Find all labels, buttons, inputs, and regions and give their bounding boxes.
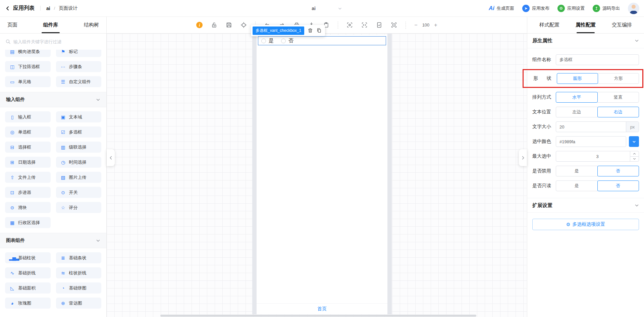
chevron-left-icon	[109, 156, 113, 160]
field-max-checked: 最大选中 3	[532, 151, 639, 162]
component-item-date-picker[interactable]: ⊞日期选择	[5, 157, 51, 168]
native-properties-header[interactable]: 原生属性	[527, 34, 644, 48]
tabbar-home[interactable]: 首页	[317, 306, 327, 312]
copy-icon[interactable]	[316, 28, 322, 33]
topbar-actions: Ai 生成页面 ➤ 应用发布 ⚙ 应用设置 ↥ 源码导出	[489, 0, 639, 17]
component-item-file-upload[interactable]: ⇧文件上传	[5, 172, 51, 183]
app-publish-button[interactable]: ➤ 应用发布	[522, 5, 549, 12]
section-header-input-components[interactable]: 输入组件	[0, 92, 106, 107]
file-upload-icon: ⇧	[9, 175, 15, 180]
code-preview-icon[interactable]	[361, 22, 368, 28]
checkbox-option[interactable]: 是	[261, 38, 274, 44]
avatar[interactable]	[628, 3, 639, 14]
tab-pages[interactable]: 页面	[7, 17, 17, 33]
info-icon[interactable]: i	[196, 22, 203, 28]
readonly-option-yes[interactable]: 是	[556, 180, 598, 191]
tab-interaction-config[interactable]: 交互编排	[612, 17, 632, 33]
stepper-up-button[interactable]	[630, 151, 639, 156]
font-size-input[interactable]: 20 px	[556, 121, 639, 132]
back-button[interactable]: 应用列表	[13, 5, 35, 12]
collapse-inspector-handle[interactable]	[519, 149, 527, 166]
zoom-out-button[interactable]: −	[414, 22, 417, 28]
text-position-option-left[interactable]: 左边	[556, 107, 598, 117]
text-position-option-right[interactable]: 右边	[597, 107, 639, 117]
save-icon[interactable]	[226, 22, 232, 28]
component-item-steps[interactable]: ⋯步骤条	[56, 61, 102, 72]
phone-preview[interactable]: 是 否 首页	[257, 35, 387, 314]
search-input[interactable]	[13, 39, 101, 44]
generate-page-button[interactable]: Ai 生成页面	[489, 5, 514, 12]
tab-component-library[interactable]: 组件库	[43, 17, 58, 33]
number-stepper	[630, 151, 639, 161]
component-item-checkbox[interactable]: ☑多选框	[56, 126, 102, 138]
component-item-select[interactable]: ⊟选择框	[5, 142, 51, 153]
field-shape: 形状 圆形 方形	[533, 73, 639, 84]
readonly-option-no[interactable]: 否	[597, 180, 639, 191]
component-item-district-picker[interactable]: ▦行政区选择	[5, 217, 51, 228]
component-item-image-upload[interactable]: ▧图片上传	[56, 172, 102, 183]
hbar-chart-icon: ≣	[60, 256, 66, 260]
component-item-hbar-chart[interactable]: ≣基础条状	[56, 252, 102, 263]
component-item-stepper[interactable]: ⊡步进器	[5, 187, 51, 198]
arrangement-option-vertical[interactable]: 竖直	[597, 92, 639, 103]
component-name-input[interactable]: 多选框	[556, 54, 639, 65]
component-item-bar-line-chart[interactable]: ≋柱状折线	[56, 267, 102, 278]
component-item-radio[interactable]: ◎单选框	[5, 126, 51, 138]
component-item-time-picker[interactable]: ◷时间选择	[56, 157, 102, 168]
extended-settings-header[interactable]: 扩展设置	[527, 198, 644, 213]
app-settings-button[interactable]: ⚙ 应用设置	[557, 5, 585, 12]
shape-option-square[interactable]: 方形	[598, 73, 639, 84]
design-canvas[interactable]: 是 否 首页 多选框_vant_checkbox_1	[107, 34, 527, 317]
collapse-sidebar-handle[interactable]	[107, 149, 115, 166]
target-icon[interactable]	[240, 22, 247, 28]
delete-icon[interactable]	[308, 28, 313, 33]
disabled-option-yes[interactable]: 是	[556, 166, 598, 176]
shape-option-round[interactable]: 圆形	[557, 73, 598, 84]
component-item-pie-chart[interactable]: ◔基础饼图	[56, 282, 102, 294]
component-item-custom-component[interactable]: ☰自定义组件	[56, 76, 102, 87]
phone-tabbar: 首页	[257, 303, 387, 314]
component-item-dropdown-filter[interactable]: ◫下拉筛选框	[5, 61, 51, 72]
doc-check-icon[interactable]	[376, 22, 382, 28]
arrangement-option-horizontal[interactable]: 水平	[556, 92, 598, 103]
zoom-in-button[interactable]: +	[434, 22, 437, 28]
component-item-textarea[interactable]: ▣文本域	[56, 111, 102, 122]
component-item-tag[interactable]: ⚑标记	[56, 50, 102, 57]
selected-component-name: 多选框_vant_checkbox_1	[253, 27, 304, 35]
component-item-line-chart[interactable]: ∿基础折线	[5, 267, 51, 278]
component-item-rating[interactable]: ☆评分	[56, 202, 102, 213]
component-item-rose-chart[interactable]: ◕玫瑰图	[5, 298, 51, 309]
checkbox-option[interactable]: 否	[281, 38, 293, 44]
tab-style-config[interactable]: 样式配置	[539, 17, 559, 33]
component-item-bar-chart[interactable]: ▂▅▃基础柱状	[5, 252, 51, 263]
zoom-controls: − 100 +	[414, 22, 437, 28]
stepper-down-button[interactable]	[630, 156, 639, 162]
tab-structure-tree[interactable]: 结构树	[84, 17, 99, 33]
horizontal-scrollbar[interactable]	[160, 315, 476, 317]
frame-icon[interactable]	[391, 22, 397, 28]
unlock-icon[interactable]	[211, 22, 217, 28]
max-checked-input[interactable]: 3	[556, 151, 639, 162]
checked-color-input[interactable]: #1989fa	[556, 136, 626, 147]
disabled-option-no[interactable]: 否	[597, 166, 639, 176]
preview-icon[interactable]	[346, 22, 353, 28]
tab-property-config[interactable]: 属性配置	[576, 17, 596, 33]
code-export-button[interactable]: ↥ 源码导出	[593, 5, 620, 12]
component-item-switch[interactable]: ⊙开关	[56, 187, 102, 198]
stepper-icon: ⊡	[9, 190, 15, 195]
component-item-area-chart[interactable]: ◺基础面积	[5, 282, 51, 294]
breadcrumb-app[interactable]: ai	[46, 6, 50, 11]
checkbox-options-settings-button[interactable]: ⚙ 多选框选项设置	[532, 219, 639, 230]
component-item-input[interactable]: ▯输入框	[5, 111, 51, 122]
component-item-cell[interactable]: ▭单元格	[5, 76, 51, 87]
component-item-radar-chart[interactable]: ⊛雷达图	[56, 298, 102, 309]
component-item-slider[interactable]: ⊝滑块	[5, 202, 51, 213]
chevron-down-icon	[635, 203, 639, 208]
page-selector[interactable]: ai	[285, 0, 342, 17]
color-picker-button[interactable]	[629, 136, 639, 147]
selected-checkbox-component[interactable]: 是 否	[258, 36, 386, 45]
component-item-progress-bar[interactable]: ▤横向进度条	[5, 50, 51, 57]
section-header-chart-components[interactable]: 图表组件	[0, 233, 106, 248]
back-chevron-icon[interactable]	[5, 6, 10, 11]
component-item-cascader[interactable]: ▥级联选择	[56, 142, 102, 153]
